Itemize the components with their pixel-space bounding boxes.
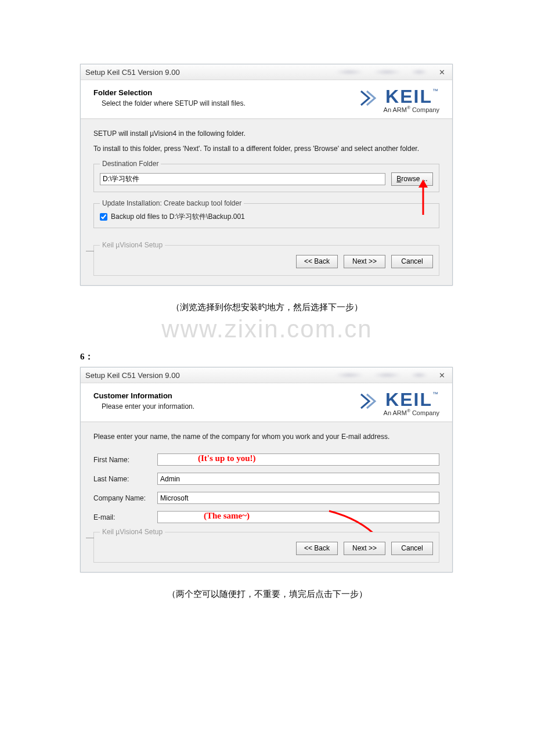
company-name-label: Company Name:: [93, 494, 157, 502]
folder-selection-dialog: Setup Keil C51 Version 9.00 ✕ Folder Sel…: [80, 64, 453, 286]
keil-logo: KEIL™ An ARM® Company: [360, 391, 439, 416]
dialog-body: SETUP will install µVision4 in the follo…: [81, 119, 452, 239]
dialog-header: Customer Information Please enter your i…: [81, 383, 452, 422]
watermark-text: www.zixin.com.cn: [80, 315, 454, 343]
cancel-button[interactable]: Cancel: [391, 255, 433, 268]
header-subtitle: Select the folder where SETUP will insta…: [102, 99, 246, 107]
header-title: Customer Information: [93, 391, 194, 400]
email-label: E-mail:: [93, 513, 157, 521]
email-input[interactable]: [157, 511, 439, 523]
customer-info-dialog: Setup Keil C51 Version 9.00 ✕ Customer I…: [80, 367, 453, 573]
keil-chevrons-icon: [360, 90, 383, 106]
destination-folder-group: Destination Folder Browse ...: [93, 160, 439, 192]
close-icon[interactable]: ✕: [436, 68, 448, 77]
cancel-button[interactable]: Cancel: [391, 542, 433, 555]
body-text-1: SETUP will install µVision4 in the follo…: [93, 129, 439, 138]
keil-chevrons-icon: [360, 393, 383, 409]
dialog-header: Folder Selection Select the folder where…: [81, 80, 452, 119]
footer-legend: Keil µVision4 Setup: [100, 241, 165, 249]
dialog-body: Please enter your name, the name of the …: [81, 422, 452, 525]
title-bar: Setup Keil C51 Version 9.00 ✕: [81, 368, 452, 383]
update-installation-group: Update Installation: Create backup tool …: [93, 199, 439, 228]
back-button[interactable]: << Back: [296, 542, 338, 555]
caption-2: （两个空可以随便打，不重要，填完后点击下一步）: [80, 589, 454, 600]
destination-path-input[interactable]: [100, 173, 385, 185]
window-title: Setup Keil C51 Version 9.00: [85, 68, 180, 77]
backup-checkbox[interactable]: [100, 213, 107, 221]
body-text-2: To install to this folder, press 'Next'.…: [93, 145, 439, 153]
backup-label: Backup old files to D:\学习软件\Backup.001: [111, 212, 245, 222]
caption-1: （浏览选择到你想安装旳地方，然后选择下一步）: [80, 302, 454, 313]
company-name-input[interactable]: [157, 492, 439, 504]
back-button[interactable]: << Back: [296, 255, 338, 268]
update-installation-legend: Update Installation: Create backup tool …: [100, 199, 244, 207]
last-name-input[interactable]: [157, 473, 439, 485]
next-button[interactable]: Next >>: [344, 542, 385, 555]
footer-group: — Keil µVision4 Setup << Back Next >> Ca…: [93, 241, 439, 276]
body-text: Please enter your name, the name of the …: [93, 433, 439, 441]
header-title: Folder Selection: [93, 88, 246, 97]
header-subtitle: Please enter your information.: [102, 402, 194, 411]
footer-legend: Keil µVision4 Setup: [100, 528, 165, 536]
first-name-label: First Name:: [93, 456, 157, 464]
destination-folder-legend: Destination Folder: [100, 160, 161, 168]
keil-logo: KEIL™ An ARM® Company: [360, 88, 439, 113]
footer-group: — Keil µVision4 Setup << Back Next >> Ca…: [93, 528, 439, 563]
next-button[interactable]: Next >>: [344, 255, 385, 268]
step-6-label: 6：: [80, 351, 454, 362]
last-name-label: Last Name:: [93, 475, 157, 483]
close-icon[interactable]: ✕: [436, 371, 448, 380]
title-bar: Setup Keil C51 Version 9.00 ✕: [81, 64, 452, 80]
browse-button[interactable]: Browse ...: [391, 172, 433, 186]
first-name-input[interactable]: [157, 453, 439, 466]
window-title: Setup Keil C51 Version 9.00: [85, 371, 180, 380]
